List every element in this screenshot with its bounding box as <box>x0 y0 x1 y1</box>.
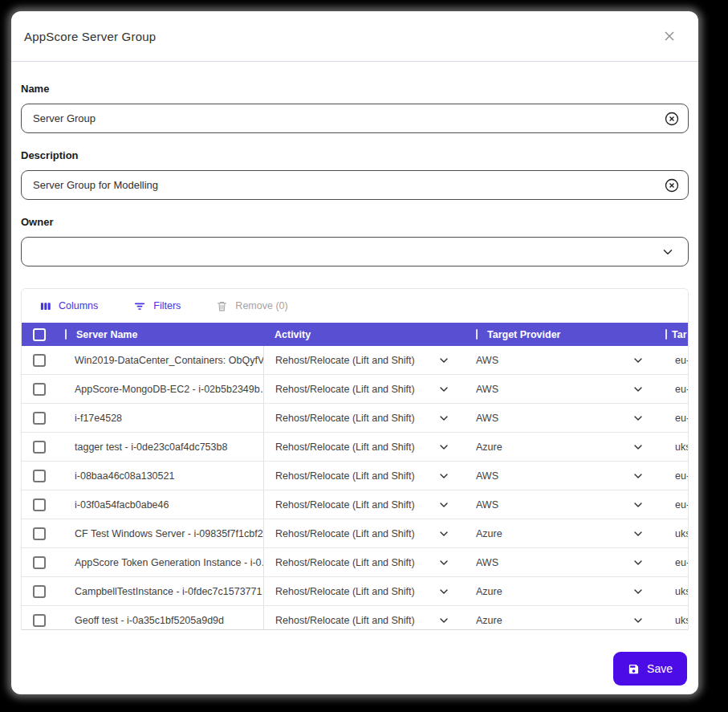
target-provider-cell: AWS <box>465 346 659 374</box>
target-region-text: eu- <box>675 413 688 424</box>
remove-button[interactable]: Remove (0) <box>216 300 287 312</box>
row-checkbox[interactable] <box>33 354 46 367</box>
activity-select[interactable]: Rehost/Relocate (Lift and Shift) <box>264 412 465 425</box>
row-checkbox[interactable] <box>33 614 46 627</box>
name-input[interactable] <box>21 104 689 133</box>
server-grid-card: Columns Filters Re <box>21 288 689 630</box>
target-region-text: eu- <box>675 355 688 366</box>
row-checkbox[interactable] <box>33 441 46 454</box>
target-region-cell: eu- <box>659 404 688 432</box>
owner-select[interactable] <box>21 237 689 266</box>
header-target-region[interactable]: Tar <box>659 323 689 346</box>
row-checkbox[interactable] <box>33 470 46 482</box>
activity-select[interactable]: Rehost/Relocate (Lift and Shift) <box>264 556 465 569</box>
target-provider-select-value: Azure <box>476 441 502 453</box>
chevron-down-icon <box>632 412 645 425</box>
target-provider-select[interactable]: AWS <box>465 383 659 396</box>
chevron-down-icon <box>437 585 450 598</box>
close-button[interactable] <box>660 26 679 46</box>
row-checkbox[interactable] <box>33 527 46 540</box>
trash-icon <box>216 300 228 312</box>
row-checkbox-cell <box>22 577 57 605</box>
column-resize-handle[interactable] <box>665 329 667 340</box>
activity-select-value: Rehost/Relocate (Lift and Shift) <box>275 499 415 511</box>
header-server-name[interactable]: Server Name <box>57 323 263 346</box>
table-row: tagger test - i-0de23c0af4dc753b8 Rehost… <box>22 433 688 462</box>
description-input[interactable] <box>21 170 689 200</box>
filters-button[interactable]: Filters <box>133 299 181 312</box>
row-checkbox[interactable] <box>33 383 46 396</box>
row-checkbox[interactable] <box>33 498 46 511</box>
target-region-cell: eu- <box>659 548 688 576</box>
row-checkbox[interactable] <box>33 585 46 598</box>
activity-select[interactable]: Rehost/Relocate (Lift and Shift) <box>264 585 465 598</box>
target-region-text: eu- <box>675 470 688 482</box>
server-name-cell: Geoff test - i-0a35c1bf5205a9d9d <box>57 606 263 630</box>
header-activity[interactable]: Activity <box>263 323 465 346</box>
table-row: i-03f0a54facb0abe46 Rehost/Relocate (Lif… <box>22 490 688 519</box>
activity-select[interactable]: Rehost/Relocate (Lift and Shift) <box>264 498 465 511</box>
target-provider-select[interactable]: Azure <box>465 441 659 454</box>
activity-cell: Rehost/Relocate (Lift and Shift) <box>263 548 465 576</box>
activity-cell: Rehost/Relocate (Lift and Shift) <box>263 577 465 605</box>
name-field-row <box>21 104 689 133</box>
target-provider-cell: AWS <box>465 462 659 490</box>
header-target-provider[interactable]: Target Provider <box>465 323 659 346</box>
target-provider-select[interactable]: Azure <box>465 585 659 598</box>
column-resize-handle[interactable] <box>476 329 478 340</box>
row-checkbox[interactable] <box>33 556 46 569</box>
columns-icon <box>39 300 51 312</box>
activity-select-value: Rehost/Relocate (Lift and Shift) <box>275 355 415 366</box>
activity-select[interactable]: Rehost/Relocate (Lift and Shift) <box>264 470 465 482</box>
name-clear-button[interactable] <box>664 111 680 127</box>
target-region-text: eu- <box>675 499 688 511</box>
target-provider-select[interactable]: Azure <box>465 527 659 540</box>
target-region-cell: eu- <box>659 490 688 519</box>
target-provider-cell: AWS <box>465 490 659 519</box>
target-provider-select-value: Azure <box>476 586 502 597</box>
save-button[interactable]: Save <box>613 652 687 686</box>
target-region-text: eu- <box>675 557 688 568</box>
chevron-down-icon <box>437 412 450 425</box>
chevron-down-icon <box>632 498 645 511</box>
chevron-down-icon <box>437 614 450 627</box>
server-name-cell: AppScore Token Generation Instance - i-0… <box>57 548 263 576</box>
activity-select[interactable]: Rehost/Relocate (Lift and Shift) <box>264 527 465 540</box>
chevron-down-icon <box>437 383 450 396</box>
clear-circle-x-icon <box>664 111 680 127</box>
target-provider-select[interactable]: Azure <box>465 614 659 627</box>
target-provider-select[interactable]: AWS <box>465 470 659 482</box>
columns-button[interactable]: Columns <box>39 300 98 312</box>
target-provider-select[interactable]: AWS <box>465 412 659 425</box>
header-checkbox-cell <box>22 323 57 346</box>
row-checkbox-cell <box>22 375 57 403</box>
column-resize-handle[interactable] <box>65 329 67 340</box>
server-name-text: i-08baa46c08a130521 <box>75 470 174 482</box>
target-provider-select[interactable]: AWS <box>465 354 659 367</box>
server-name-cell: AppScore-MongoDB-EC2 - i-02b5b2349b… <box>57 375 263 403</box>
clear-circle-x-icon <box>664 177 680 193</box>
description-clear-button[interactable] <box>664 177 680 193</box>
target-region-text: uks <box>675 441 688 453</box>
select-all-checkbox[interactable] <box>33 328 46 341</box>
server-name-text: Win2019-DataCenter_Containers: ObQyfV… <box>75 355 263 366</box>
target-region-cell: uks <box>659 519 688 547</box>
target-provider-select[interactable]: AWS <box>465 498 659 511</box>
server-name-cell: tagger test - i-0de23c0af4dc753b8 <box>57 433 263 461</box>
target-provider-select[interactable]: AWS <box>465 556 659 569</box>
activity-select[interactable]: Rehost/Relocate (Lift and Shift) <box>264 383 465 396</box>
server-name-text: i-f17e4528 <box>75 413 122 424</box>
target-region-text: eu- <box>675 384 688 395</box>
activity-cell: Rehost/Relocate (Lift and Shift) <box>263 375 465 403</box>
activity-select-value: Rehost/Relocate (Lift and Shift) <box>275 586 415 597</box>
table-row: AppScore Token Generation Instance - i-0… <box>22 548 688 577</box>
activity-select[interactable]: Rehost/Relocate (Lift and Shift) <box>264 354 465 367</box>
activity-select[interactable]: Rehost/Relocate (Lift and Shift) <box>264 614 465 627</box>
target-region-cell: eu- <box>659 462 688 490</box>
activity-select-value: Rehost/Relocate (Lift and Shift) <box>275 615 415 626</box>
row-checkbox[interactable] <box>33 412 46 425</box>
server-name-text: tagger test - i-0de23c0af4dc753b8 <box>75 441 227 453</box>
server-name-cell: i-03f0a54facb0abe46 <box>57 490 263 519</box>
activity-select[interactable]: Rehost/Relocate (Lift and Shift) <box>264 441 465 454</box>
header-server-name-label: Server Name <box>76 329 137 340</box>
